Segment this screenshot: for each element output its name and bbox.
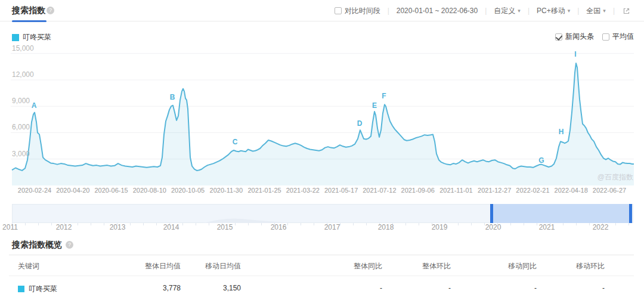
slider-handle-left[interactable] bbox=[490, 204, 493, 223]
divider bbox=[9, 255, 634, 255]
header-controls: 对比时间段 | 2020-01-01 ~ 2022-06-30 | 自定义 ▾ … bbox=[335, 0, 631, 21]
cell-value: 3,778 bbox=[163, 284, 181, 292]
compare-label: 对比时间段 bbox=[345, 6, 380, 16]
watermark: @百度指数 bbox=[597, 172, 633, 182]
x-axis-label: 2022-04-18 bbox=[555, 187, 588, 194]
x-axis-label: 2022-06-27 bbox=[593, 187, 626, 194]
help-icon[interactable]: ? bbox=[47, 7, 54, 14]
column-header: 整体环比 bbox=[422, 261, 451, 271]
export-icon[interactable] bbox=[622, 7, 631, 16]
x-axis-label: 2020-11-30 bbox=[210, 187, 243, 194]
compare-checkbox[interactable] bbox=[335, 7, 342, 14]
year-label-2012: 2012 bbox=[56, 223, 72, 231]
y-axis-label: 6,000 bbox=[12, 123, 30, 131]
year-label-2017: 2017 bbox=[324, 223, 340, 231]
cell-value: - bbox=[602, 284, 605, 292]
cell-value: 3,150 bbox=[223, 284, 241, 292]
y-axis-label: 9,000 bbox=[12, 97, 30, 105]
peak-label-B[interactable]: B bbox=[170, 93, 175, 101]
peak-label-A[interactable]: A bbox=[32, 101, 37, 110]
chevron-down-icon: ▾ bbox=[568, 8, 571, 14]
x-axis-label: 2020-04-20 bbox=[56, 187, 89, 194]
year-range-slider: 2011201220132014201520162017201820192020… bbox=[0, 202, 644, 233]
year-label-2011: 2011 bbox=[2, 223, 18, 231]
keyword-swatch bbox=[18, 286, 24, 292]
cell-value: - bbox=[380, 284, 382, 292]
peak-label-D[interactable]: D bbox=[357, 119, 363, 128]
peak-label-H[interactable]: H bbox=[559, 128, 564, 136]
search-index-overview: 搜索指数概览 ? 关键词整体日均值移动日均值整体同比整体环比移动同比移动环比 叮… bbox=[0, 235, 644, 297]
cell-value: - bbox=[534, 284, 537, 292]
year-label-2019: 2019 bbox=[432, 223, 448, 231]
overview-title: 搜索指数概览 bbox=[12, 240, 62, 250]
x-axis-label: 2020-02-24 bbox=[18, 187, 51, 194]
y-axis-label: 3,000 bbox=[12, 150, 30, 158]
divider: | bbox=[613, 7, 615, 15]
header-bar: 搜索指数 ? 对比时间段 | 2020-01-01 ~ 2022-06-30 |… bbox=[0, 0, 644, 21]
help-icon[interactable]: ? bbox=[66, 241, 73, 249]
year-label-2015: 2015 bbox=[217, 223, 233, 231]
search-index-chart[interactable]: 叮咚买菜 新闻头条 平均值 3,0006,0009,00012,00015,00… bbox=[0, 22, 644, 201]
chevron-down-icon: ▾ bbox=[518, 8, 521, 14]
divider: | bbox=[485, 7, 487, 15]
year-label-2014: 2014 bbox=[163, 223, 179, 231]
x-axis-label: 2021-01-25 bbox=[247, 187, 281, 194]
custom-range-dropdown[interactable]: 自定义 ▾ bbox=[494, 6, 521, 16]
divider: | bbox=[388, 7, 389, 15]
column-header: 整体日均值 bbox=[145, 261, 181, 271]
peak-label-E[interactable]: E bbox=[372, 101, 377, 110]
x-axis-label: 2021-12-27 bbox=[478, 187, 511, 194]
line-chart-plot[interactable] bbox=[0, 22, 644, 201]
peak-label-F[interactable]: F bbox=[382, 92, 386, 100]
year-label-2020: 2020 bbox=[485, 223, 501, 231]
column-header: 移动环比 bbox=[576, 261, 605, 271]
peak-label-I[interactable]: I bbox=[574, 50, 576, 58]
slider-selection[interactable] bbox=[491, 204, 631, 223]
date-range-picker[interactable]: 2020-01-01 ~ 2022-06-30 bbox=[397, 7, 478, 15]
tab-search-index[interactable]: 搜索指数 bbox=[12, 5, 45, 16]
slider-handle-right[interactable] bbox=[629, 204, 632, 223]
year-label-2016: 2016 bbox=[271, 223, 287, 231]
chevron-down-icon: ▾ bbox=[603, 8, 606, 14]
column-header: 关键词 bbox=[18, 261, 39, 271]
x-axis-label: 2021-03-22 bbox=[286, 187, 320, 194]
x-axis-label: 2020-06-15 bbox=[94, 187, 128, 194]
column-header: 移动同比 bbox=[508, 261, 537, 271]
x-axis-label: 2022-02-21 bbox=[516, 187, 549, 194]
column-header: 整体同比 bbox=[354, 261, 382, 271]
year-label-2022: 2022 bbox=[593, 223, 609, 231]
device-dropdown[interactable]: PC+移动 ▾ bbox=[537, 6, 570, 16]
x-axis-label: 2021-09-06 bbox=[401, 187, 435, 194]
divider bbox=[9, 276, 634, 276]
x-axis-label: 2020-10-05 bbox=[171, 187, 205, 194]
x-axis-label: 2021-05-17 bbox=[324, 187, 358, 194]
keyword-text: 叮咚买菜 bbox=[29, 284, 57, 294]
cell-value: - bbox=[448, 284, 451, 292]
y-axis-label: 12,000 bbox=[12, 70, 34, 79]
region-dropdown[interactable]: 全国 ▾ bbox=[586, 6, 606, 16]
year-label-2021: 2021 bbox=[539, 223, 555, 231]
baidu-index-page: 搜索指数 ? 对比时间段 | 2020-01-01 ~ 2022-06-30 |… bbox=[0, 0, 644, 297]
y-axis-label: 15,000 bbox=[12, 44, 34, 52]
year-label-2018: 2018 bbox=[378, 223, 394, 231]
year-label-2013: 2013 bbox=[110, 223, 126, 231]
x-axis-label: 2021-07-12 bbox=[363, 187, 396, 194]
x-axis-label: 2021-11-01 bbox=[439, 187, 472, 194]
x-axis-label: 2020-08-10 bbox=[133, 187, 166, 194]
column-header: 移动日均值 bbox=[205, 261, 241, 271]
divider: | bbox=[577, 7, 579, 15]
compare-period-toggle[interactable]: 对比时间段 bbox=[335, 6, 380, 16]
keyword-cell[interactable]: 叮咚买菜 bbox=[18, 284, 57, 294]
divider: | bbox=[528, 7, 530, 15]
peak-label-G[interactable]: G bbox=[538, 156, 544, 165]
peak-label-C[interactable]: C bbox=[233, 138, 238, 146]
